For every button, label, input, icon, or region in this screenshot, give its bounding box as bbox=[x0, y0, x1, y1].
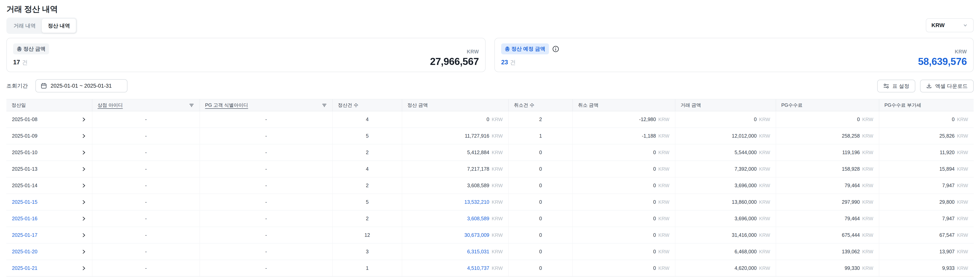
settlement-date: 2025-01-13 bbox=[12, 166, 37, 172]
pg-fee-vat-cell: 13,907KRW bbox=[879, 243, 974, 260]
pg-fee-cell: 99,330KRW bbox=[776, 260, 879, 276]
amount-value: 79,464 bbox=[845, 183, 860, 188]
currency-suffix: KRW bbox=[492, 166, 503, 172]
currency-suffix: KRW bbox=[759, 133, 770, 139]
currency-suffix: KRW bbox=[759, 150, 770, 155]
amount-value: 3,696,000 bbox=[735, 183, 757, 188]
amount-value: 0 bbox=[653, 166, 656, 172]
amount-value: 0 bbox=[857, 116, 860, 122]
filter-icon[interactable] bbox=[186, 102, 194, 108]
currency-suffix: KRW bbox=[658, 166, 670, 172]
excel-download-label: 엑셀 다운로드 bbox=[935, 83, 968, 90]
settlement-date-link[interactable]: 2025-01-20 bbox=[12, 249, 37, 255]
row-expand-chevron-icon[interactable] bbox=[81, 200, 86, 205]
filter-icon[interactable] bbox=[319, 102, 327, 108]
transaction-amount-cell: 13,860,000KRW bbox=[675, 194, 776, 210]
merchant-id-cell: - bbox=[92, 260, 199, 276]
pg-customer-id-cell: - bbox=[199, 243, 332, 260]
pg-fee-cell: 79,464KRW bbox=[776, 177, 879, 194]
table-settings-label: 표 설정 bbox=[892, 83, 909, 90]
settlement-amount-cell: 6,315,031KRW bbox=[402, 243, 508, 260]
currency-select-value: KRW bbox=[931, 22, 945, 29]
cancel-amount-cell: 0KRW bbox=[573, 243, 675, 260]
currency-suffix: KRW bbox=[658, 117, 670, 122]
currency-suffix: KRW bbox=[957, 117, 968, 122]
cancel-count-cell: 0 bbox=[508, 161, 573, 177]
count-unit: 건 bbox=[510, 59, 516, 65]
currency-suffix: KRW bbox=[862, 166, 873, 172]
table-row-2025-01-20: 2025-01-20--36,315,031KRW00KRW6,468,000K… bbox=[6, 243, 974, 260]
excel-download-button[interactable]: 엑셀 다운로드 bbox=[920, 80, 974, 92]
amount-value: 99,330 bbox=[845, 265, 860, 271]
pg-fee-cell: 158,928KRW bbox=[776, 161, 879, 177]
column-header-0: 정산일 bbox=[6, 99, 92, 111]
row-expand-chevron-icon[interactable] bbox=[81, 117, 86, 122]
amount-value: 13,860,000 bbox=[732, 199, 757, 205]
row-expand-chevron-icon[interactable] bbox=[81, 266, 86, 271]
settlement-count-cell: 4 bbox=[332, 111, 402, 127]
chevron-down-icon bbox=[963, 22, 968, 28]
pg-customer-id-cell: - bbox=[199, 194, 332, 210]
amount-value: 0 bbox=[653, 265, 656, 271]
pg-customer-id-cell: - bbox=[199, 210, 332, 227]
amount-value: 13,907 bbox=[939, 249, 955, 255]
row-expand-chevron-icon[interactable] bbox=[81, 167, 86, 172]
amount-value: 3,608,589 bbox=[467, 216, 489, 221]
row-expand-chevron-icon[interactable] bbox=[81, 183, 86, 188]
settlement-amount-cell: 7,217,178KRW bbox=[402, 161, 508, 177]
amount-value: 0 bbox=[653, 199, 656, 205]
amount-value: 3,608,589 bbox=[467, 183, 489, 188]
count-value: 23 bbox=[501, 59, 508, 66]
cancel-count-cell: 0 bbox=[508, 177, 573, 194]
row-expand-chevron-icon[interactable] bbox=[81, 249, 86, 254]
tab-settlement-history[interactable]: 정산 내역 bbox=[41, 19, 76, 33]
column-label: PG수수료 부가세 bbox=[885, 102, 921, 108]
cancel-count-cell: 0 bbox=[508, 145, 573, 161]
tab-transaction-history[interactable]: 거래 내역 bbox=[8, 19, 41, 33]
currency-suffix: KRW bbox=[862, 249, 873, 255]
table-settings-button[interactable]: 표 설정 bbox=[877, 80, 915, 92]
column-header-5: 취소건 수 bbox=[508, 99, 573, 111]
settlement-date-cell: 2025-01-13 bbox=[6, 161, 92, 177]
amount-value: 31,416,000 bbox=[732, 232, 757, 238]
calendar-icon bbox=[41, 83, 47, 89]
settlement-amount-cell: 30,673,009KRW bbox=[402, 227, 508, 243]
settlement-date-link[interactable]: 2025-01-21 bbox=[12, 265, 37, 271]
column-header-8: PG수수료 bbox=[776, 99, 879, 111]
currency-suffix: KRW bbox=[759, 216, 770, 221]
column-header-4: 정산 금액 bbox=[402, 99, 508, 111]
settlement-page: 거래 정산 내역 거래 내역 정산 내역 KRW 총 정산 금액 17건 KRW… bbox=[0, 0, 980, 280]
currency-select[interactable]: KRW bbox=[926, 18, 974, 32]
total-settled-amount: 27,966,567 bbox=[430, 57, 479, 67]
amount-value: 0 bbox=[653, 183, 656, 188]
settlement-date: 2025-01-14 bbox=[12, 183, 37, 188]
currency-suffix: KRW bbox=[957, 133, 968, 139]
currency-suffix: KRW bbox=[492, 117, 503, 122]
pg-fee-vat-cell: 11,920KRW bbox=[879, 145, 974, 161]
settlement-date-link[interactable]: 2025-01-17 bbox=[12, 232, 37, 238]
column-label: 정산건 수 bbox=[338, 102, 358, 108]
settlement-amount-cell: 11,727,916KRW bbox=[402, 128, 508, 144]
count-unit: 건 bbox=[22, 59, 28, 65]
date-range-input[interactable]: 2025-01-01 ~ 2025-01-31 bbox=[35, 79, 127, 92]
amount-value: 0 bbox=[653, 150, 656, 155]
amount-value: 0 bbox=[487, 116, 489, 122]
amount-value: 0 bbox=[952, 116, 955, 122]
row-expand-chevron-icon[interactable] bbox=[81, 216, 86, 221]
info-icon[interactable] bbox=[552, 45, 559, 52]
pg-customer-id-cell: - bbox=[199, 111, 332, 127]
settlement-date-link[interactable]: 2025-01-15 bbox=[12, 199, 37, 205]
table-row-2025-01-08: 2025-01-08--40KRW2-12,980KRW0KRW0KRW0KRW bbox=[6, 111, 974, 128]
card-right: KRW 58,639,576 bbox=[918, 43, 967, 67]
merchant-id-cell: - bbox=[92, 145, 199, 161]
amount-value: 675,444 bbox=[842, 232, 860, 238]
transaction-amount-cell: 6,468,000KRW bbox=[675, 243, 776, 260]
currency-suffix: KRW bbox=[658, 150, 670, 155]
currency-suffix: KRW bbox=[492, 216, 503, 221]
row-expand-chevron-icon[interactable] bbox=[81, 134, 86, 138]
row-expand-chevron-icon[interactable] bbox=[81, 232, 86, 238]
row-expand-chevron-icon[interactable] bbox=[81, 150, 86, 155]
settlement-date-link[interactable]: 2025-01-16 bbox=[12, 216, 37, 221]
pg-customer-id-cell: - bbox=[199, 145, 332, 161]
settlement-date-cell: 2025-01-15 bbox=[6, 194, 92, 210]
